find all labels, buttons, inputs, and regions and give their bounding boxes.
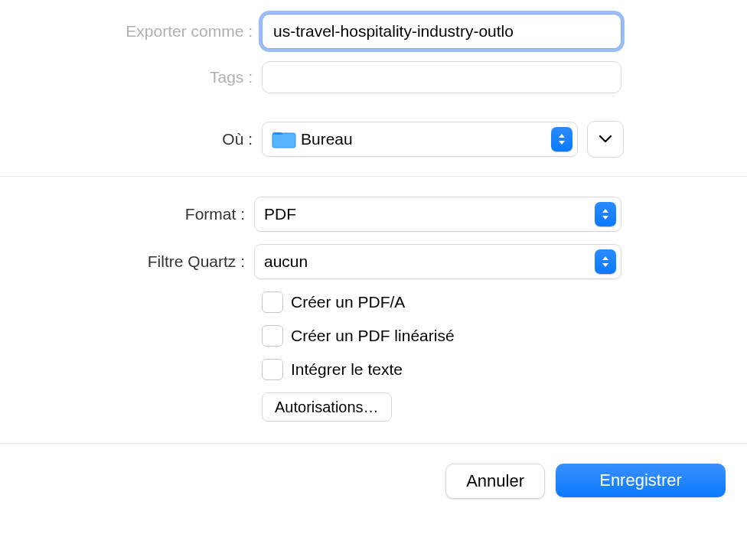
updown-icon — [595, 202, 616, 226]
create-linear-checkbox[interactable] — [262, 325, 283, 347]
quartz-filter-popup[interactable]: aucun — [254, 244, 621, 279]
quartz-label: Filtre Quartz : — [15, 252, 245, 271]
permissions-button[interactable]: Autorisations… — [262, 392, 392, 422]
folder-icon — [272, 130, 296, 148]
format-popup[interactable]: PDF — [254, 197, 621, 232]
tags-input[interactable] — [262, 61, 621, 93]
create-linear-label: Créer un PDF linéarisé — [291, 327, 455, 345]
export-as-label: Exporter comme : — [15, 22, 253, 41]
where-popup[interactable]: Bureau — [262, 122, 578, 157]
top-section: Exporter comme : Tags : Où : — [0, 0, 747, 176]
expand-location-button[interactable] — [587, 121, 624, 158]
updown-icon — [551, 127, 572, 151]
where-value: Bureau — [301, 130, 551, 148]
middle-section: Format : PDF Filtre Quartz : aucun — [0, 176, 747, 444]
format-value: PDF — [264, 205, 595, 223]
updown-icon — [595, 249, 616, 274]
embed-text-label: Intégrer le texte — [291, 360, 403, 379]
bottom-section: Annuler Enregistrer — [0, 444, 747, 513]
cancel-button[interactable]: Annuler — [445, 464, 545, 499]
embed-text-checkbox[interactable] — [262, 359, 283, 380]
create-pdfa-checkbox[interactable] — [262, 291, 283, 313]
svg-rect-0 — [272, 133, 295, 148]
where-label: Où : — [15, 130, 253, 148]
format-label: Format : — [15, 205, 245, 223]
create-pdfa-label: Créer un PDF/A — [291, 293, 405, 311]
export-dialog: Exporter comme : Tags : Où : — [0, 0, 747, 560]
tags-label: Tags : — [15, 68, 253, 86]
filename-input[interactable] — [262, 14, 621, 49]
chevron-down-icon — [599, 135, 612, 144]
quartz-value: aucun — [264, 252, 595, 271]
save-button[interactable]: Enregistrer — [556, 464, 726, 497]
